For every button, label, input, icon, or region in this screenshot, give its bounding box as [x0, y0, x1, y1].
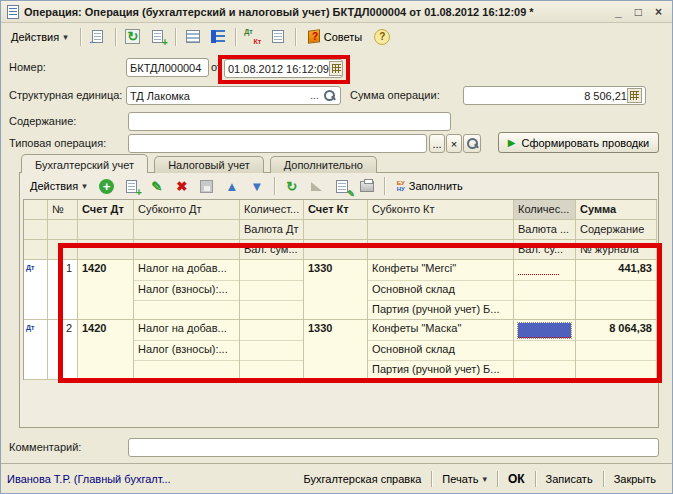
debit-subconto-1[interactable]: Налог на добав...	[134, 260, 239, 280]
debit-subconto-2[interactable]: Налог (взносы):...	[134, 340, 239, 360]
tab-additional[interactable]: Дополнительно	[270, 156, 377, 173]
journal-line[interactable]	[576, 300, 656, 320]
close-button[interactable]: ×	[655, 5, 662, 19]
credit-subconto-2[interactable]: Основной склад	[368, 340, 513, 360]
credit-subconto-1[interactable]: Конфеты "Маска"	[368, 320, 513, 340]
move-down-button[interactable]: ▼	[246, 176, 268, 197]
debit-account-cell[interactable]: 1420	[78, 320, 134, 380]
debit-quantity-line[interactable]	[240, 260, 303, 280]
credit-subconto-cell[interactable]: Конфеты "Маска" Основной склад Партия (р…	[368, 320, 514, 380]
row-number-cell[interactable]: 2	[48, 320, 78, 380]
refresh-button[interactable]: ↻	[122, 26, 144, 47]
grid-actions-menu-button[interactable]: Действия ▾	[24, 177, 93, 195]
content-line[interactable]	[576, 280, 656, 300]
set-interval-button[interactable]	[306, 176, 328, 197]
debit-subconto-cell[interactable]: Налог на добав... Налог (взносы):...	[134, 320, 240, 380]
copy-add-button[interactable]: +	[147, 26, 169, 47]
responsible-user-link[interactable]: Иванова Т.Р. (Главный бухгалт...	[7, 473, 171, 485]
journal-line[interactable]	[576, 360, 656, 380]
row-number-cell[interactable]: 1	[48, 260, 78, 320]
generate-postings-button[interactable]: ▶ Сформировать проводки	[498, 132, 659, 153]
actions-menu-button[interactable]: Действия ▾	[5, 28, 74, 46]
tab-tax[interactable]: Налоговый учет	[154, 156, 264, 173]
refresh-grid-button[interactable]: ↻	[281, 176, 303, 197]
debit-currency-sum-line[interactable]	[240, 360, 303, 380]
unit-field[interactable]: ТД Лакомка ...	[126, 86, 341, 105]
debit-quantity-line[interactable]	[240, 320, 303, 340]
credit-subconto-1[interactable]: Конфеты "Merci"	[368, 260, 513, 280]
row-type-cell[interactable]: Дт Кт	[24, 320, 48, 380]
debit-subconto-1[interactable]: Налог на добав...	[134, 320, 239, 340]
debit-currency-line[interactable]	[240, 340, 303, 360]
content-line[interactable]	[576, 340, 656, 360]
help-button[interactable]: ?	[371, 26, 393, 47]
comment-field[interactable]	[128, 438, 659, 457]
date-field[interactable]: 01.08.2012 16:12:09	[224, 59, 343, 78]
credit-subconto-3[interactable]: Партия (ручной учет) Б...	[368, 360, 513, 380]
sum-value[interactable]: 8 064,38	[576, 320, 656, 340]
ok-button[interactable]: ОК	[498, 468, 535, 490]
move-up-button[interactable]: ▲	[221, 176, 243, 197]
close-form-button[interactable]: Закрыть	[604, 469, 666, 489]
sum-cell[interactable]: 441,83	[576, 260, 657, 320]
maximize-button[interactable]: □	[635, 5, 642, 19]
number-field[interactable]: БКТДЛ000004	[126, 58, 209, 77]
calculator-button[interactable]	[627, 88, 642, 103]
minimize-button[interactable]: _	[615, 5, 622, 19]
typical-clear-button[interactable]: ×	[446, 134, 462, 153]
credit-quantity-cell[interactable]	[514, 260, 576, 320]
typical-operation-label: Типовая операция:	[9, 137, 106, 149]
unit-search-button[interactable]	[322, 88, 337, 103]
credit-currency-line[interactable]	[514, 340, 575, 360]
footer-bar: Иванова Т.Р. (Главный бухгалт... Бухгалт…	[1, 463, 672, 494]
debit-subconto-3[interactable]	[134, 360, 239, 380]
print-button[interactable]: Печать ▾	[432, 469, 497, 489]
print-grid-button[interactable]	[356, 176, 378, 197]
debit-account-cell[interactable]: 1420	[78, 260, 134, 320]
delete-row-button[interactable]: ✖	[171, 176, 193, 197]
debit-subconto-cell[interactable]: Налог на добав... Налог (взносы):...	[134, 260, 240, 320]
advice-button[interactable]: ? Советы	[302, 27, 368, 46]
debit-currency-sum-line[interactable]	[240, 300, 303, 320]
dt-kt-button[interactable]: Дт Кт	[242, 26, 264, 47]
transactions-list-button[interactable]	[267, 26, 289, 47]
content-field[interactable]	[128, 112, 451, 131]
credit-quantity-cell[interactable]	[514, 320, 576, 380]
column-settings-button[interactable]	[207, 26, 229, 47]
fill-button[interactable]: БУ НУ Заполнить	[391, 177, 469, 195]
debit-subconto-2[interactable]: Налог (взносы):...	[134, 280, 239, 300]
selected-cell[interactable]	[518, 323, 571, 338]
add-row-button[interactable]: +	[96, 176, 118, 197]
row-type-cell[interactable]: Дт Кт	[24, 260, 48, 320]
credit-account-cell[interactable]: 1330	[304, 260, 368, 320]
tab-accounting[interactable]: Бухгалтерский учет	[21, 154, 148, 173]
row-settings-button[interactable]	[182, 26, 204, 47]
calendar-button[interactable]	[329, 61, 343, 76]
sum-cell[interactable]: 8 064,38	[576, 320, 657, 380]
credit-quantity-line[interactable]	[514, 260, 575, 280]
credit-currency-sum-line[interactable]	[514, 360, 575, 380]
credit-account-cell[interactable]: 1330	[304, 320, 368, 380]
end-edit-button[interactable]	[196, 176, 218, 197]
debit-currency-line[interactable]	[240, 280, 303, 300]
copy-row-button[interactable]: +	[121, 176, 143, 197]
credit-quantity-line-selected[interactable]	[514, 320, 575, 340]
edit-row-button[interactable]: ✎	[146, 176, 168, 197]
typical-search-button[interactable]	[463, 134, 481, 153]
accounting-reference-button[interactable]: Бухгалтерская справка	[294, 469, 432, 489]
unit-select-button[interactable]: ...	[307, 88, 322, 103]
reread-button[interactable]: ←	[87, 26, 109, 47]
debit-quantity-cell[interactable]	[240, 320, 304, 380]
credit-currency-sum-line[interactable]	[514, 300, 575, 320]
debit-subconto-3[interactable]	[134, 300, 239, 320]
credit-subconto-cell[interactable]: Конфеты "Merci" Основной склад Партия (р…	[368, 260, 514, 320]
typical-select-button[interactable]: ...	[429, 134, 445, 153]
credit-subconto-2[interactable]: Основной склад	[368, 280, 513, 300]
credit-subconto-3[interactable]: Партия (ручной учет) Б...	[368, 300, 513, 320]
sum-value[interactable]: 441,83	[576, 260, 656, 280]
save-button[interactable]: Записать	[536, 469, 603, 489]
list-settings-button[interactable]: ✎	[331, 176, 353, 197]
debit-quantity-cell[interactable]	[240, 260, 304, 320]
credit-currency-line[interactable]	[514, 280, 575, 300]
sum-field[interactable]: 8 506,21	[463, 86, 646, 105]
